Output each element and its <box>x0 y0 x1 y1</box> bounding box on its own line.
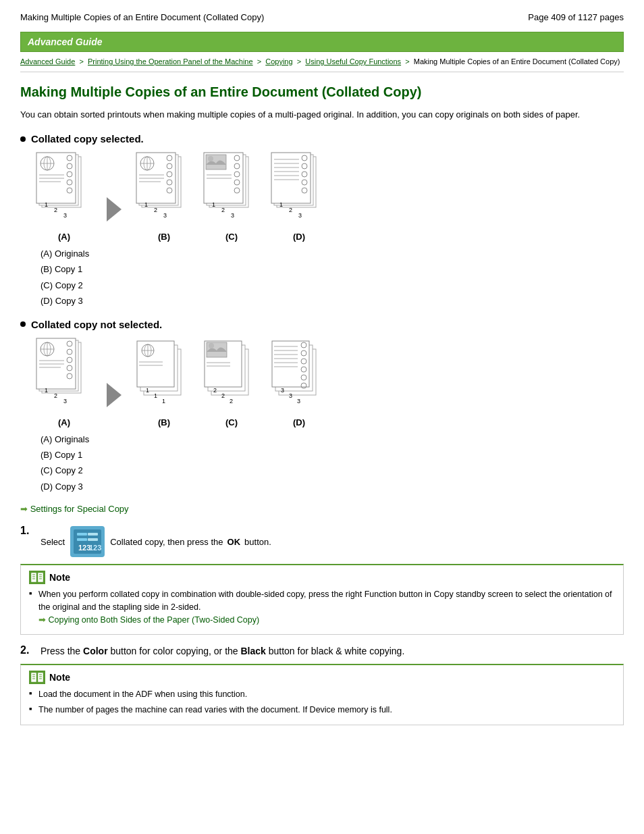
label-C1: (C) <box>225 232 238 242</box>
step2-text2: button for color copying, or the <box>110 646 240 656</box>
step1-ok-bold: OK <box>227 537 241 547</box>
arrow-2 <box>107 383 122 407</box>
step2-note-list: Load the document in the ADF when using … <box>29 688 615 716</box>
svg-text:3: 3 <box>231 212 234 219</box>
bullet-icon2 <box>20 321 26 327</box>
diagram-A2: 1 2 3 (A) <box>34 337 95 427</box>
page-title-top: Making Multiple Copies of an Entire Docu… <box>20 12 264 22</box>
label-B1: (B) <box>158 232 170 242</box>
banner-label: Advanced Guide <box>28 36 102 47</box>
diagram-D-collated: 1 2 3 (D) <box>269 151 329 242</box>
breadcrumb-printing[interactable]: Printing Using the Operation Panel of th… <box>88 57 253 66</box>
label-B2: (B) <box>158 417 170 427</box>
step2-note-box: Note Load the document in the ADF when u… <box>20 664 624 725</box>
step2-black-bold: Black <box>240 646 265 656</box>
svg-text:2: 2 <box>54 207 57 213</box>
svg-point-40 <box>208 156 213 161</box>
section1-list: (A) Originals (B) Copy 1 (C) Copy 2 (D) … <box>41 246 624 309</box>
list-item: (D) Copy 3 <box>41 293 624 309</box>
label-D1: (D) <box>293 232 305 242</box>
diagram-A-collated: 1 2 3 (A) <box>34 151 95 242</box>
step1-note-label: Note <box>49 572 70 583</box>
note-item3: The number of pages the machine can read… <box>29 704 615 716</box>
breadcrumb-current: Making Multiple Copies of an Entire Docu… <box>414 57 620 66</box>
svg-rect-135 <box>31 573 36 582</box>
svg-text:3: 3 <box>281 387 284 394</box>
step2-text3: button for black & white copying. <box>269 646 405 656</box>
svg-rect-148 <box>38 673 43 682</box>
settings-link[interactable]: Settings for Special Copy <box>20 504 129 514</box>
svg-rect-139 <box>38 573 43 582</box>
step2-row: 2. Press the Color button for color copy… <box>20 644 624 658</box>
step1-text-after: button. <box>244 537 271 547</box>
svg-text:2: 2 <box>221 207 225 213</box>
list-item: (A) Originals <box>41 246 624 261</box>
svg-rect-53 <box>271 153 311 203</box>
svg-text:2: 2 <box>54 392 57 399</box>
svg-text:3: 3 <box>298 212 302 219</box>
step2-number: 2. <box>20 644 34 656</box>
label-C2: (C) <box>225 417 238 427</box>
svg-rect-128 <box>77 533 87 536</box>
breadcrumb-copying[interactable]: Copying <box>265 57 292 66</box>
step1-content: Select 123 123 Collated copy, then press… <box>41 525 271 558</box>
step1-number: 1. <box>20 525 34 537</box>
note-icon <box>29 571 45 584</box>
svg-text:2: 2 <box>221 392 225 399</box>
breadcrumb: Advanced Guide > Printing Using the Oper… <box>20 52 624 72</box>
diagram-B-collated: 1 2 3 (B) <box>134 151 194 242</box>
list-item: (A) Originals <box>41 432 624 447</box>
svg-text:2: 2 <box>154 207 157 213</box>
svg-rect-144 <box>31 673 36 682</box>
list-item: (B) Copy 1 <box>41 261 624 277</box>
list-item: (B) Copy 1 <box>41 447 624 463</box>
note-link-two-sided[interactable]: Copying onto Both Sides of the Paper (Tw… <box>38 615 259 625</box>
step2-note-header: Note <box>29 671 615 684</box>
note-item2: Load the document in the ADF when using … <box>29 688 615 701</box>
collated-copy-icon: 123 123 <box>69 525 106 558</box>
intro-text: You can obtain sorted printouts when mak… <box>20 108 624 122</box>
svg-text:2: 2 <box>289 207 292 213</box>
svg-text:2: 2 <box>213 387 217 394</box>
step2-note-label: Note <box>49 672 70 683</box>
step1-text-mid: Collated copy, then press the <box>110 537 223 547</box>
svg-text:3: 3 <box>63 212 67 219</box>
diagram-B2: 1 1 1 (B) <box>134 337 194 427</box>
collated-selected-diagrams: 1 2 3 (A) 1 2 3 (B) <box>34 151 624 242</box>
step2-text: Press the <box>41 646 83 656</box>
svg-text:1: 1 <box>154 392 157 399</box>
page-number: Page 409 of 1127 pages <box>528 12 624 22</box>
svg-rect-131 <box>88 538 98 541</box>
note-icon2 <box>29 671 45 684</box>
page-header: Making Multiple Copies of an Entire Docu… <box>20 7 624 26</box>
svg-point-102 <box>209 343 214 348</box>
svg-rect-129 <box>77 538 87 541</box>
main-heading: Making Multiple Copies of an Entire Docu… <box>20 84 624 100</box>
svg-text:3: 3 <box>297 398 300 405</box>
svg-text:1: 1 <box>144 201 148 208</box>
list-item: (D) Copy 3 <box>41 479 624 494</box>
svg-text:3: 3 <box>63 398 67 405</box>
step1-note-list: When you perform collated copy in combin… <box>29 588 615 626</box>
collated-not-selected-diagrams: 1 2 3 (A) 1 1 1 (B) <box>34 337 624 427</box>
diagram-D2: 3 3 3 (D) <box>269 337 329 427</box>
svg-text:1: 1 <box>45 387 48 394</box>
svg-text:1: 1 <box>146 387 149 394</box>
diagram-C-collated: 1 2 3 (C) <box>201 151 262 242</box>
svg-text:123: 123 <box>89 544 101 552</box>
label-D2: (D) <box>293 417 305 427</box>
svg-text:2: 2 <box>230 398 233 405</box>
step1-note-box: Note When you perform collated copy in c… <box>20 564 624 635</box>
breadcrumb-advanced-guide[interactable]: Advanced Guide <box>20 57 75 66</box>
svg-text:1: 1 <box>279 201 283 208</box>
note-item: When you perform collated copy in combin… <box>29 588 615 626</box>
advanced-guide-banner: Advanced Guide <box>20 32 624 52</box>
section2-list: (A) Originals (B) Copy 1 (C) Copy 2 (D) … <box>41 432 624 495</box>
svg-text:1: 1 <box>212 201 215 208</box>
breadcrumb-useful[interactable]: Using Useful Copy Functions <box>305 57 401 66</box>
list-item: (C) Copy 2 <box>41 463 624 478</box>
svg-text:3: 3 <box>163 212 167 219</box>
svg-text:1: 1 <box>162 398 165 405</box>
svg-rect-130 <box>88 533 98 536</box>
step2-content: Press the Color button for color copying… <box>41 644 624 658</box>
